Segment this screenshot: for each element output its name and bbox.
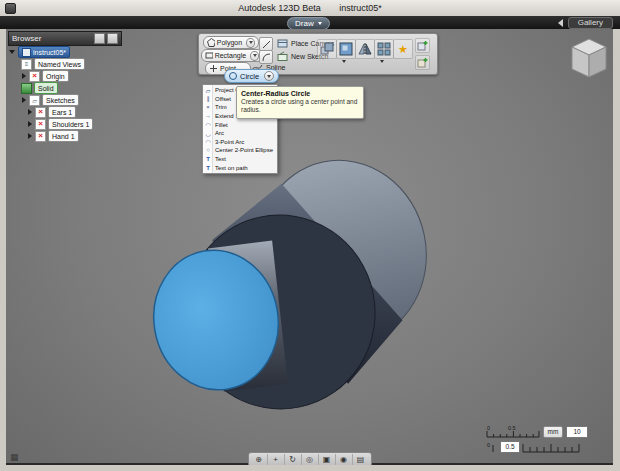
tree-collapsed-icon[interactable] — [28, 121, 32, 127]
step-value-field[interactable]: 0.5 — [500, 441, 520, 453]
tooltip-body: Creates a circle using a center point an… — [241, 98, 359, 115]
draw-menu-label: Draw — [295, 19, 314, 28]
construction-button[interactable] — [336, 39, 356, 59]
rectangle-tool-button[interactable]: Rectangle — [201, 49, 263, 62]
tree-collapsed-icon[interactable] — [28, 133, 32, 139]
browser-close-icon[interactable] — [107, 33, 118, 44]
menu-item-label: Center 2-Point Ellipse — [215, 147, 273, 153]
tooltip-title: Center-Radius Circle — [241, 90, 359, 97]
polygon-tool-button[interactable]: Polygon — [203, 36, 259, 49]
ribbon-bar: Draw Gallery — [0, 16, 620, 29]
browser-header[interactable]: Browser — [8, 31, 122, 46]
viewport-canvas[interactable]: Browser instruct05* ≡ Named Views × Orig… — [6, 29, 613, 465]
pan-icon[interactable]: + — [268, 454, 285, 466]
polygon-label: Polygon — [217, 39, 242, 46]
favorites-button[interactable]: ★ — [393, 39, 413, 59]
menu-item-3-point-arc[interactable]: ◠3-Point Arc — [203, 138, 277, 147]
browser-title: Browser — [12, 34, 41, 43]
circle-label: Circle — [240, 72, 259, 81]
back-arrow-icon[interactable] — [558, 19, 563, 27]
arc-tool-button[interactable] — [259, 50, 273, 64]
menu-item-label: Offset — [215, 96, 231, 102]
offset-icon: ∥ — [204, 95, 212, 102]
mirror-button[interactable] — [355, 39, 375, 59]
menu-item-label: Arc — [215, 130, 224, 136]
browser-item-named-views[interactable]: ≡ Named Views — [8, 58, 122, 70]
tree-collapsed-icon[interactable] — [28, 109, 32, 115]
browser-item-origin[interactable]: × Origin — [8, 70, 122, 82]
add-plus-icon — [417, 57, 428, 68]
browser-item-shoulders[interactable]: × Shoulders 1 — [8, 118, 122, 130]
polygon-icon — [207, 38, 215, 47]
add-tool-button-1[interactable] — [415, 38, 430, 53]
text-on-path-icon: T — [204, 165, 212, 171]
tree-collapsed-icon[interactable] — [22, 97, 26, 103]
document-title: instruct05* — [339, 3, 382, 13]
browser-panel: Browser instruct05* ≡ Named Views × Orig… — [8, 31, 122, 142]
zoom-icon[interactable]: ◎ — [302, 454, 319, 466]
pattern-button[interactable] — [374, 39, 394, 59]
trim-icon: × — [204, 104, 212, 110]
construction-icon — [339, 42, 353, 56]
rectangle-flyout-button[interactable] — [250, 51, 259, 61]
menu-item-fillet[interactable]: ◠Fillet — [203, 120, 277, 129]
line-icon — [262, 40, 271, 49]
circle-icon — [229, 72, 237, 80]
step-start-label: 0 — [487, 442, 490, 448]
fit-view-icon[interactable]: ▣ — [319, 454, 336, 466]
root-document-item[interactable]: instruct05* — [18, 46, 70, 58]
solid-label: Solid — [38, 84, 54, 93]
ellipse-icon: ○ — [204, 147, 212, 153]
hidden-x-icon: × — [35, 119, 46, 130]
browser-dock-icon[interactable] — [94, 33, 105, 44]
browser-item-hand[interactable]: × Hand 1 — [8, 130, 122, 142]
grid-ruler: 0 0.5 — [486, 424, 540, 438]
add-tool-button-2[interactable] — [415, 55, 430, 70]
scale-units-widget: 0 0.5 mm 10 0 0.5 — [486, 424, 612, 453]
chevron-down-icon[interactable] — [342, 60, 346, 63]
window-title: Autodesk 123D Beta instruct05* — [0, 3, 620, 13]
primitives-button[interactable] — [317, 39, 337, 59]
circle-flyout-button[interactable] — [264, 71, 274, 81]
view-cube[interactable] — [567, 36, 611, 86]
app-title: Autodesk 123D Beta — [238, 3, 321, 13]
gallery-button[interactable]: Gallery — [568, 17, 613, 29]
ears-label: Ears 1 — [52, 108, 72, 117]
marking-menu-icon[interactable]: ⊕ — [251, 454, 268, 466]
display-settings-icon[interactable]: ▤ — [353, 454, 369, 466]
tree-collapsed-icon[interactable] — [22, 73, 26, 79]
chevron-down-icon[interactable] — [380, 60, 384, 63]
orbit-icon[interactable]: ↻ — [285, 454, 302, 466]
units-button[interactable]: mm — [543, 426, 563, 438]
menu-item-label: Extend — [215, 113, 234, 119]
point-icon — [209, 64, 218, 73]
menu-item-label: Text on path — [215, 165, 248, 171]
menu-item-arc[interactable]: ◡Arc — [203, 129, 277, 138]
tree-expanded-icon[interactable] — [9, 50, 15, 54]
mirror-icon — [358, 42, 372, 56]
polygon-flyout-button[interactable] — [246, 38, 255, 48]
ruler-mid-label: 0.5 — [508, 425, 516, 431]
line-tool-button[interactable] — [259, 37, 273, 51]
fillet-icon: ◠ — [204, 121, 212, 128]
hidden-x-icon: × — [35, 131, 46, 142]
grid-size-field[interactable]: 10 — [566, 426, 588, 438]
navigation-toolbar: ⊕ + ↻ ◎ ▣ ◉ ▤ — [248, 452, 372, 465]
browser-item-sketches[interactable]: ▱ Sketches — [8, 94, 122, 106]
rectangle-label: Rectangle — [215, 52, 247, 59]
menu-item-label: Trim — [215, 104, 227, 110]
browser-item-solid[interactable]: Solid — [8, 82, 122, 94]
named-views-icon: ≡ — [21, 59, 32, 70]
browser-root-row[interactable]: instruct05* — [8, 46, 122, 58]
primitives-icon — [320, 42, 334, 56]
menu-item-center-2-point-ellipse[interactable]: ○Center 2-Point Ellipse — [203, 146, 277, 155]
menu-item-text-on-path[interactable]: TText on path — [203, 163, 277, 172]
shoulders-label: Shoulders 1 — [52, 120, 89, 129]
grid-display-icon[interactable]: ▦ — [10, 452, 19, 462]
model-3d[interactable] — [132, 134, 472, 434]
menu-item-text[interactable]: TText — [203, 155, 277, 164]
browser-item-ears[interactable]: × Ears 1 — [8, 106, 122, 118]
named-views-label: Named Views — [38, 60, 81, 69]
look-at-icon[interactable]: ◉ — [336, 454, 353, 466]
circle-tool-button[interactable]: Circle — [224, 69, 279, 83]
